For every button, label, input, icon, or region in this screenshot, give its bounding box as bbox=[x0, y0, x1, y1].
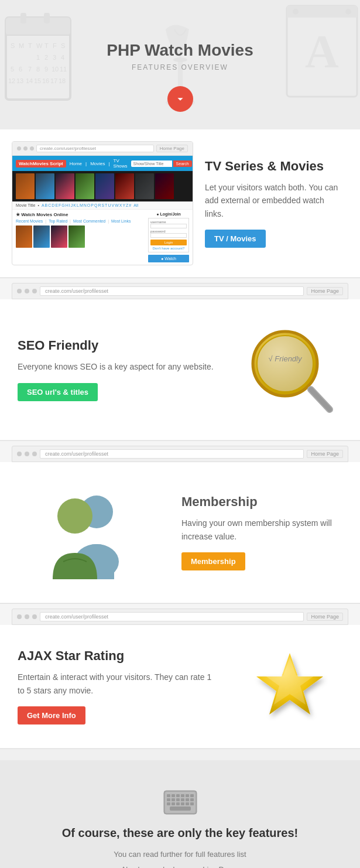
alpha-n[interactable]: N bbox=[84, 203, 87, 207]
b2-nav: Home Page bbox=[307, 450, 343, 458]
b3-dot3 bbox=[32, 614, 37, 619]
alpha-v[interactable]: V bbox=[111, 203, 114, 207]
mock-browser-header: create.com/user/profilesset Home Page bbox=[12, 142, 193, 156]
list-thumb-4 bbox=[68, 225, 85, 248]
b-url1: create.com/user/profilesset bbox=[40, 286, 304, 296]
membership-button[interactable]: Membership bbox=[181, 552, 245, 570]
nav-home: Home bbox=[70, 161, 82, 166]
tv-movies-text: TV Series & Movies Let your visitors wat… bbox=[199, 153, 348, 254]
b-nav1: Home Page bbox=[307, 287, 343, 295]
browser-bar-2: create.com/user/profilesset Home Page bbox=[12, 446, 348, 462]
tab-recent[interactable]: Recent Movies bbox=[16, 219, 43, 223]
password-input[interactable] bbox=[150, 233, 187, 238]
alpha-f[interactable]: F bbox=[59, 203, 61, 207]
alpha-r[interactable]: R bbox=[98, 203, 101, 207]
filter-sep: • bbox=[37, 203, 39, 207]
b3-dot1 bbox=[17, 614, 22, 619]
chevron-down-icon bbox=[174, 93, 187, 105]
search-button[interactable]: Search bbox=[173, 160, 192, 167]
svg-rect-57 bbox=[172, 798, 175, 801]
watch-button[interactable]: ● Watch bbox=[148, 255, 189, 262]
thumb-1 bbox=[16, 173, 35, 199]
alphabet-row: Movie Title • A B C D E F G H I J K L M … bbox=[12, 201, 193, 210]
tv-movies-button[interactable]: TV / Movies bbox=[205, 230, 266, 248]
alpha-t[interactable]: T bbox=[105, 203, 107, 207]
seo-button[interactable]: SEO url's & titles bbox=[18, 383, 98, 401]
alpha-m[interactable]: M bbox=[80, 203, 83, 207]
b-dot3 bbox=[32, 289, 37, 293]
dot2 bbox=[23, 146, 28, 151]
scroll-down-button[interactable] bbox=[167, 86, 193, 112]
alpha-j[interactable]: J bbox=[71, 203, 73, 207]
tab-top[interactable]: Top Rated bbox=[49, 219, 67, 223]
svg-rect-68 bbox=[170, 807, 191, 811]
alpha-i[interactable]: I bbox=[69, 203, 70, 207]
magnify-icon: √ Friendly bbox=[243, 323, 337, 416]
svg-point-35 bbox=[293, 9, 299, 15]
b-dot1 bbox=[17, 289, 22, 293]
alpha-z[interactable]: Z bbox=[126, 203, 128, 207]
tab-links[interactable]: Most Links bbox=[111, 219, 131, 223]
bottom-title: Of course, these are only the key featur… bbox=[12, 826, 348, 840]
svg-rect-29 bbox=[44, 13, 50, 23]
alpha-c[interactable]: C bbox=[48, 203, 51, 207]
movie-search-input[interactable] bbox=[131, 160, 172, 167]
alpha-q[interactable]: Q bbox=[94, 203, 97, 207]
svg-rect-63 bbox=[172, 802, 175, 805]
svg-rect-59 bbox=[181, 798, 184, 801]
star-image bbox=[231, 637, 348, 736]
ajax-title: AJAX Star Rating bbox=[18, 648, 214, 664]
svg-rect-53 bbox=[181, 794, 184, 797]
alpha-y[interactable]: Y bbox=[122, 203, 125, 207]
tab-most[interactable]: Most Commented bbox=[73, 219, 105, 223]
ajax-desc: Entertain & interact with your visitors.… bbox=[18, 671, 214, 697]
alpha-w[interactable]: W bbox=[115, 203, 119, 207]
alpha-u[interactable]: U bbox=[108, 203, 111, 207]
seo-image: √ Friendly bbox=[231, 311, 348, 428]
filter-all[interactable]: All bbox=[133, 203, 138, 207]
alpha-a[interactable]: A bbox=[42, 203, 44, 207]
b-dot2 bbox=[25, 289, 29, 293]
movie-login-section: ● Login/Join username password Login Don… bbox=[148, 212, 189, 262]
tab-sep3: | bbox=[108, 219, 109, 223]
alpha-k[interactable]: K bbox=[73, 203, 76, 207]
nav-sep2: | bbox=[108, 161, 109, 166]
thumb-6 bbox=[115, 173, 134, 199]
alpha-o[interactable]: O bbox=[87, 203, 90, 207]
alpha-d[interactable]: D bbox=[52, 203, 54, 207]
ajax-button[interactable]: Get More Info bbox=[18, 706, 85, 725]
divider-3: create.com/user/profilesset Home Page bbox=[0, 603, 360, 625]
tv-movies-section: create.com/user/profilesset Home Page Wa… bbox=[0, 129, 360, 278]
list-tabs: Recent Movies | Top Rated | Most Comment… bbox=[16, 219, 146, 223]
alpha-h[interactable]: H bbox=[66, 203, 68, 207]
username-input[interactable] bbox=[150, 224, 187, 228]
register-link[interactable]: Don't have account? bbox=[150, 247, 187, 250]
alpha-g[interactable]: G bbox=[61, 203, 64, 207]
alpha-s[interactable]: S bbox=[101, 203, 104, 207]
login-button[interactable]: Login bbox=[150, 240, 187, 245]
browser-bar-3: create.com/user/profilesset Home Page bbox=[12, 609, 348, 625]
membership-title: Membership bbox=[181, 494, 342, 510]
alpha-p[interactable]: P bbox=[91, 203, 94, 207]
hero-title: PHP Watch Movies bbox=[12, 41, 348, 60]
seo-text: SEO Friendly Everyone knows SEO is a key… bbox=[12, 332, 220, 406]
alpha-e[interactable]: E bbox=[55, 203, 58, 207]
filter-hash[interactable]: # bbox=[129, 203, 131, 207]
svg-rect-55 bbox=[190, 794, 194, 797]
nav-button: Home Page bbox=[156, 145, 188, 152]
alpha-b[interactable]: B bbox=[45, 203, 48, 207]
alpha-x[interactable]: X bbox=[119, 203, 122, 207]
membership-image bbox=[12, 474, 164, 591]
tv-movies-title: TV Series & Movies bbox=[205, 159, 342, 174]
alpha-l[interactable]: L bbox=[77, 203, 79, 207]
keyboard-icon bbox=[163, 790, 198, 815]
membership-text: Membership Having your own membership sy… bbox=[176, 488, 348, 576]
svg-rect-58 bbox=[176, 798, 180, 801]
login-box: username password Login Don't have accou… bbox=[148, 218, 189, 252]
hero-subtitle: FEATURES OVERVIEW bbox=[12, 63, 348, 71]
svg-rect-67 bbox=[190, 802, 194, 805]
dot3 bbox=[30, 146, 34, 151]
movie-thumbnails-list bbox=[16, 225, 146, 248]
users-icon bbox=[29, 486, 146, 579]
svg-rect-64 bbox=[176, 802, 180, 805]
